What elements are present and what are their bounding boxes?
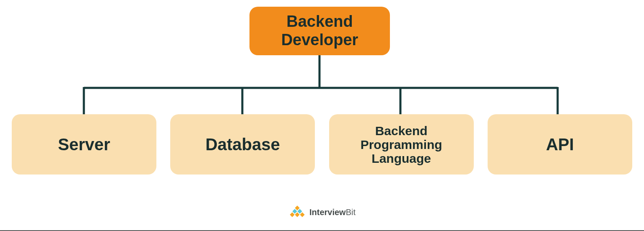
child-node-server: Server — [12, 114, 156, 175]
svg-rect-10 — [295, 212, 299, 217]
svg-rect-7 — [292, 209, 297, 213]
root-label: Backend Developer — [281, 13, 358, 49]
footer-brand-text: InterviewBit — [309, 208, 356, 217]
child-label: Database — [205, 135, 280, 154]
child-node-api: API — [488, 114, 632, 175]
root-label-line2: Developer — [281, 31, 358, 49]
child-label: Server — [58, 135, 110, 154]
root-label-line1: Backend — [286, 13, 353, 30]
footer-logo: InterviewBit — [288, 205, 356, 219]
child-label: API — [546, 135, 574, 154]
footer-brand-light: Bit — [346, 208, 356, 217]
svg-rect-6 — [295, 205, 299, 210]
child-node-database: Database — [170, 114, 315, 175]
svg-rect-8 — [297, 209, 302, 213]
root-node: Backend Developer — [249, 7, 390, 55]
diagram-container: Backend Developer Server Database Backen… — [0, 0, 644, 231]
child-label: Backend Programming Language — [336, 124, 467, 165]
svg-rect-9 — [290, 212, 294, 217]
child-node-backend-programming-language: Backend Programming Language — [329, 114, 474, 175]
children-row: Server Database Backend Programming Lang… — [12, 114, 632, 175]
footer-brand-strong: Interview — [309, 208, 346, 217]
interviewbit-logo-icon — [288, 205, 306, 219]
svg-rect-11 — [300, 212, 304, 217]
